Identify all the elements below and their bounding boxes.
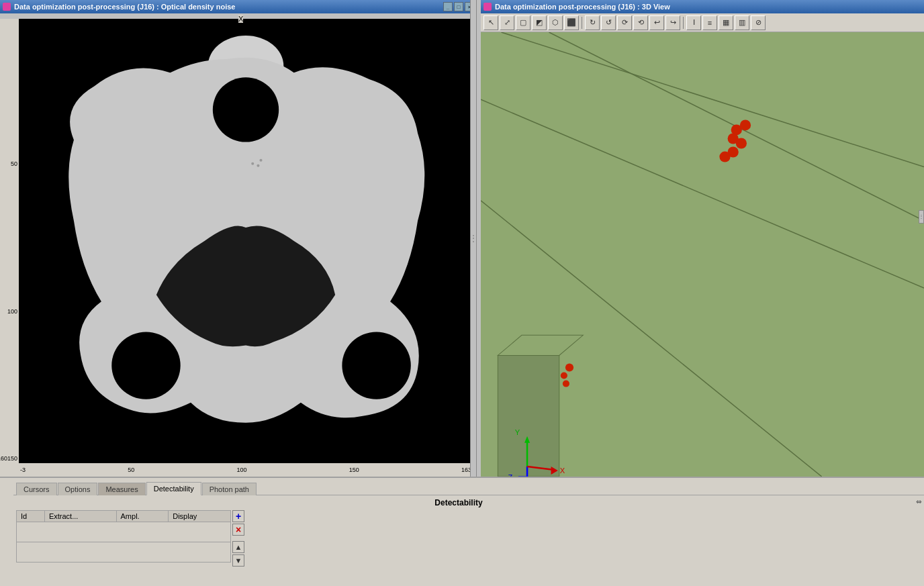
box-view-btn[interactable]: ▢ — [516, 15, 530, 30]
scroll-down-btn[interactable]: ▼ — [232, 554, 244, 567]
rotate-cw-btn[interactable]: ↻ — [585, 15, 600, 30]
rotate-ccw-btn[interactable]: ↺ — [601, 15, 616, 30]
no-btn[interactable]: ⊘ — [751, 15, 766, 30]
tab-options[interactable]: Options — [58, 483, 98, 495]
table-row-empty2 — [17, 542, 231, 563]
redo-btn[interactable]: ↪ — [665, 15, 680, 30]
detectability-table: Id Extract... Ampl. Display — [16, 510, 231, 563]
x-axis: -3 50 100 150 163 — [19, 463, 473, 477]
spin-left-btn[interactable]: ⟲ — [633, 15, 648, 30]
svg-text:Y: Y — [515, 428, 520, 436]
splitter-handle: ⋮ — [469, 234, 478, 243]
svg-point-3 — [111, 332, 180, 399]
svg-point-2 — [213, 77, 279, 142]
detectability-panel: Detectability ⇔ Id Extract... Ampl. Disp… — [13, 495, 924, 569]
left-panel: Data optimization post-processing (J16) … — [0, 0, 477, 477]
bottom-panel: Optical density n... Cursors Options Mea… — [0, 477, 924, 586]
title-dot-right — [483, 3, 492, 11]
svg-point-23 — [563, 381, 569, 387]
spin-right-btn[interactable]: ⟳ — [617, 15, 632, 30]
panel-splitter[interactable]: ⋮ — [470, 0, 477, 477]
info-btn[interactable]: Ⅰ — [686, 15, 701, 30]
col-id: Id — [17, 511, 45, 522]
tab-measures[interactable]: Measures — [98, 483, 145, 495]
tab-detectability[interactable]: Detectability — [146, 482, 201, 495]
fit-btn[interactable]: ⤢ — [500, 15, 514, 30]
image-canvas — [19, 19, 473, 463]
svg-point-20 — [719, 152, 730, 162]
left-window-title: Data optimization post-processing (J16) … — [14, 3, 443, 11]
table-controls: + × ▲ ▼ — [232, 510, 244, 567]
svg-point-18 — [736, 138, 747, 148]
y-tick-50: 50 — [11, 160, 17, 167]
col-extract: Extract... — [44, 511, 116, 522]
canvas-svg — [19, 19, 473, 463]
table1-btn[interactable]: ▦ — [719, 15, 733, 30]
right-title-bar: Data optimization post-processing (J16) … — [481, 0, 924, 13]
scroll-up-btn[interactable]: ▲ — [232, 541, 244, 553]
hex-btn[interactable]: ⬡ — [548, 15, 563, 30]
viewport-3d[interactable]: Y Z X ⋮ — [481, 32, 924, 477]
x-tick-100: 100 — [236, 467, 246, 473]
y-tick-100: 100 — [7, 308, 17, 315]
right-panel: Data optimization post-processing (J16) … — [481, 0, 924, 477]
svg-point-21 — [565, 363, 573, 371]
title-dot-left — [3, 3, 11, 11]
cube-btn[interactable]: ⬛ — [564, 15, 579, 30]
table-header-row: Id Extract... Ampl. Display — [17, 511, 231, 522]
svg-point-5 — [251, 162, 254, 165]
x-tick-150: 150 — [349, 467, 359, 473]
y-tick-160150: 160150 — [0, 455, 17, 462]
x-tick-50: 50 — [128, 467, 134, 473]
svg-point-7 — [259, 159, 262, 162]
svg-point-6 — [257, 164, 259, 167]
grid-btn[interactable]: ≡ — [702, 15, 717, 30]
tab-photon-path[interactable]: Photon path — [202, 483, 257, 495]
tabs-row: Cursors Options Measures Detectability P… — [13, 478, 924, 495]
x-axis-top-label: X — [238, 15, 243, 23]
sep2 — [683, 17, 684, 29]
svg-point-22 — [561, 373, 567, 379]
detect-table-wrapper: Id Extract... Ampl. Display — [16, 510, 921, 567]
col-display: Display — [169, 511, 231, 522]
toolbar-3d: ↖ ⤢ ▢ ◩ ⬡ ⬛ ↻ ↺ ⟳ ⟲ ↩ ↪ Ⅰ ≡ ▦ ▥ ⊘ — [481, 13, 924, 32]
splitter-icon: ⋮ — [919, 213, 924, 219]
svg-text:X: X — [560, 467, 565, 475]
select-tool-btn[interactable]: ↖ — [483, 15, 498, 30]
canvas-container: 50 100 160150 — [0, 19, 477, 477]
detectability-title: Detectability — [434, 498, 482, 507]
table2-btn[interactable]: ▥ — [735, 15, 749, 30]
col-ampl: Ampl. — [116, 511, 169, 522]
minimize-btn[interactable]: _ — [443, 2, 453, 11]
left-title-bar: Data optimization post-processing (J16) … — [0, 0, 477, 13]
table-row-empty1 — [17, 522, 231, 542]
viewport-splitter[interactable]: ⋮ — [919, 210, 924, 224]
svg-point-4 — [342, 332, 410, 399]
add-row-btn[interactable]: + — [232, 510, 244, 522]
shade-btn[interactable]: ◩ — [532, 15, 547, 30]
svg-rect-13 — [498, 355, 559, 477]
y-axis: 50 100 160150 — [0, 19, 19, 463]
table-body — [17, 522, 231, 563]
right-window-title: Data optimization post-processing (J16) … — [495, 3, 921, 11]
x-tick-neg3: -3 — [20, 467, 26, 473]
3d-scene-svg: Y Z X — [481, 32, 924, 477]
sep1 — [582, 17, 582, 29]
tab-cursors[interactable]: Cursors — [16, 483, 57, 495]
maximize-btn[interactable]: □ — [454, 2, 463, 11]
detectability-header: Detectability ⇔ — [16, 498, 921, 507]
delete-row-btn[interactable]: × — [232, 524, 244, 536]
undo-btn[interactable]: ↩ — [649, 15, 664, 30]
svg-point-16 — [740, 119, 751, 130]
resize-handle-icon[interactable]: ⇔ — [916, 498, 921, 505]
